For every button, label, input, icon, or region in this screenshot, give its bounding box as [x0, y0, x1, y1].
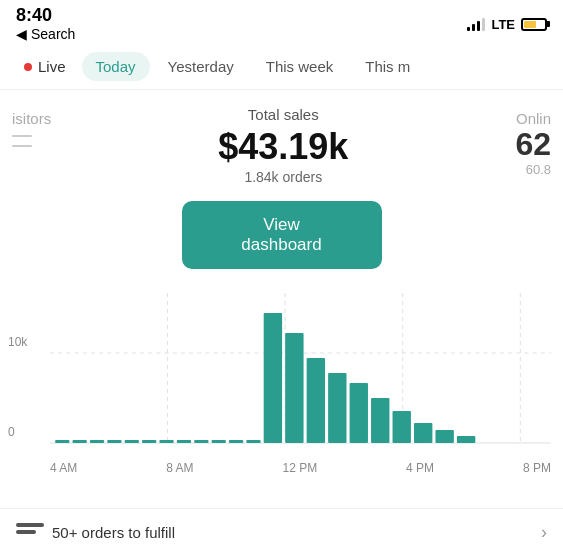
tab-this-week[interactable]: This week — [252, 52, 348, 81]
svg-rect-19 — [285, 333, 303, 443]
svg-rect-27 — [457, 436, 475, 443]
svg-rect-8 — [90, 440, 104, 443]
svg-rect-24 — [393, 411, 411, 443]
tab-live-label: Live — [38, 58, 66, 75]
status-bar: 8:40 ◀ Search LTE — [0, 0, 563, 44]
x-label-12pm: 12 PM — [283, 461, 318, 475]
x-label-4am: 4 AM — [50, 461, 77, 475]
orders-icon — [16, 523, 44, 543]
svg-rect-20 — [307, 358, 325, 443]
metric-center: Total sales $43.19k 1.84k orders — [51, 106, 515, 185]
lte-label: LTE — [491, 17, 515, 32]
view-dashboard-button[interactable]: View dashboard — [182, 201, 382, 269]
chevron-right-icon: › — [541, 522, 547, 543]
status-time: 8:40 — [16, 6, 52, 26]
status-left: 8:40 ◀ Search — [16, 6, 75, 42]
svg-rect-18 — [264, 313, 282, 443]
svg-rect-22 — [350, 383, 368, 443]
live-dot-icon — [24, 63, 32, 71]
svg-rect-15 — [212, 440, 226, 443]
chart-y-label: 10k — [8, 335, 27, 349]
tab-today[interactable]: Today — [82, 52, 150, 81]
search-label: Search — [31, 26, 75, 42]
chart-y-zero: 0 — [8, 425, 15, 439]
tab-this-month-label: This m — [365, 58, 410, 75]
svg-rect-17 — [246, 440, 260, 443]
bottom-text: 50+ orders to fulfill — [52, 524, 175, 541]
online-sub: 60.8 — [515, 162, 551, 177]
x-label-8pm: 8 PM — [523, 461, 551, 475]
orders-count: 1.84k orders — [51, 169, 515, 185]
tab-this-month[interactable]: This m — [351, 52, 424, 81]
chart-x-labels: 4 AM 8 AM 12 PM 4 PM 8 PM — [50, 457, 551, 475]
tab-yesterday-label: Yesterday — [168, 58, 234, 75]
tab-bar: Live Today Yesterday This week This m — [0, 44, 563, 90]
svg-rect-12 — [159, 440, 173, 443]
status-right: LTE — [467, 17, 547, 32]
main-content: isitors Total sales $43.19k 1.84k orders… — [0, 90, 563, 501]
x-label-8am: 8 AM — [166, 461, 193, 475]
metric-left-label: isitors — [12, 110, 51, 127]
svg-rect-23 — [371, 398, 389, 443]
svg-rect-9 — [107, 440, 121, 443]
svg-rect-16 — [229, 440, 243, 443]
total-sales-value: $43.19k — [51, 127, 515, 167]
metric-right: Onlin 62 60.8 — [515, 106, 551, 177]
tab-yesterday[interactable]: Yesterday — [154, 52, 248, 81]
svg-rect-14 — [194, 440, 208, 443]
svg-rect-21 — [328, 373, 346, 443]
svg-rect-7 — [72, 440, 86, 443]
metric-right-label: Onlin — [515, 110, 551, 127]
tab-this-week-label: This week — [266, 58, 334, 75]
svg-rect-6 — [55, 440, 69, 443]
chart-area: 10k 0 — [0, 285, 563, 485]
back-arrow-icon: ◀ — [16, 26, 27, 42]
x-label-4pm: 4 PM — [406, 461, 434, 475]
svg-rect-11 — [142, 440, 156, 443]
metric-left: isitors — [12, 106, 51, 147]
tab-today-label: Today — [96, 58, 136, 75]
svg-rect-26 — [435, 430, 453, 443]
svg-rect-13 — [177, 440, 191, 443]
metrics-row: isitors Total sales $43.19k 1.84k orders… — [0, 106, 563, 185]
bottom-bar[interactable]: 50+ orders to fulfill › — [0, 508, 563, 556]
status-search[interactable]: ◀ Search — [16, 26, 75, 42]
signal-icon — [467, 17, 485, 31]
online-value: 62 — [515, 127, 551, 162]
svg-rect-10 — [125, 440, 139, 443]
tab-live[interactable]: Live — [12, 52, 78, 81]
chart-svg — [50, 293, 551, 453]
svg-rect-25 — [414, 423, 432, 443]
battery-icon — [521, 18, 547, 31]
total-sales-label: Total sales — [51, 106, 515, 123]
